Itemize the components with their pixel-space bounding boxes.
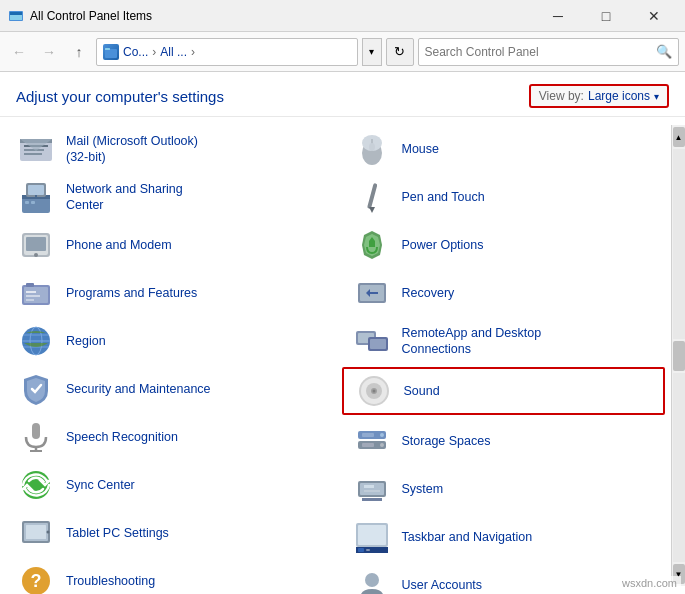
sound-item[interactable]: Sound [342, 367, 666, 415]
item-label: Phone and Modem [66, 237, 172, 253]
svg-rect-75 [358, 548, 364, 552]
svg-rect-40 [26, 525, 46, 539]
storage-icon [352, 421, 392, 461]
svg-point-47 [369, 143, 375, 151]
window-icon [8, 8, 24, 24]
svg-rect-25 [26, 283, 34, 287]
svg-point-41 [47, 531, 50, 534]
item-label: Sync Center [66, 477, 135, 493]
svg-rect-69 [362, 498, 382, 501]
list-item[interactable]: Mouse [336, 125, 672, 173]
search-input[interactable] [425, 45, 653, 59]
user-icon [352, 565, 392, 594]
svg-rect-14 [25, 201, 29, 204]
item-label: Pen and Touch [402, 189, 485, 205]
mail-icon [16, 129, 56, 169]
up-button[interactable]: ↑ [66, 39, 92, 65]
svg-rect-17 [28, 185, 44, 195]
list-item[interactable]: Security and Maintenance [0, 365, 336, 413]
address-path[interactable]: Co... › All ... › [96, 38, 358, 66]
item-label: Storage Spaces [402, 433, 491, 449]
list-item[interactable]: Power Options [336, 221, 672, 269]
svg-marker-49 [369, 207, 375, 213]
maximize-button[interactable]: □ [583, 1, 629, 31]
address-bar: ← → ↑ Co... › All ... › ▾ ↻ 🔍 [0, 32, 685, 72]
main-content: Adjust your computer's settings View by:… [0, 72, 685, 594]
items-area: Mail (Microsoft Outlook)(32-bit) [0, 117, 685, 594]
svg-rect-76 [366, 549, 370, 551]
svg-rect-2 [10, 12, 22, 15]
item-label: Region [66, 333, 106, 349]
list-item[interactable]: Sync Center [0, 461, 336, 509]
taskbar-icon [352, 517, 392, 557]
window-controls: ─ □ ✕ [535, 1, 677, 31]
close-button[interactable]: ✕ [631, 1, 677, 31]
list-item[interactable]: Storage Spaces [336, 417, 672, 465]
content-title: Adjust your computer's settings [16, 88, 224, 105]
list-item[interactable]: Region [0, 317, 336, 365]
svg-point-60 [372, 390, 375, 393]
list-item[interactable]: Recovery [336, 269, 672, 317]
view-by-label: View by: [539, 89, 584, 103]
refresh-button[interactable]: ↻ [386, 38, 414, 66]
list-item[interactable]: Pen and Touch [336, 173, 672, 221]
item-label: Recovery [402, 285, 455, 301]
svg-rect-5 [105, 48, 110, 50]
path-part-2: All ... [160, 45, 187, 59]
security-icon [16, 369, 56, 409]
item-label: RemoteApp and DesktopConnections [402, 325, 542, 358]
svg-point-63 [380, 433, 384, 437]
mouse-icon [352, 129, 392, 169]
list-item[interactable]: Phone and Modem [0, 221, 336, 269]
scrollbar[interactable]: ▲ ▼ [671, 125, 685, 586]
remote-icon [352, 321, 392, 361]
list-item[interactable]: System [336, 465, 672, 513]
right-column: Mouse Pen and Touch [336, 125, 672, 586]
list-item[interactable]: Speech Recognition [0, 413, 336, 461]
svg-rect-66 [362, 443, 374, 447]
speech-icon [16, 417, 56, 457]
list-item[interactable]: Programs and Features [0, 269, 336, 317]
trouble-icon: ? [16, 561, 56, 594]
item-label: Programs and Features [66, 285, 197, 301]
search-icon: 🔍 [656, 44, 672, 59]
item-label: Security and Maintenance [66, 381, 211, 397]
list-item[interactable]: Taskbar and Navigation [336, 513, 672, 561]
view-by-arrow: ▾ [654, 91, 659, 102]
item-label: System [402, 481, 444, 497]
svg-rect-28 [26, 299, 34, 301]
forward-button[interactable]: → [36, 39, 62, 65]
item-label: Troubleshooting [66, 573, 155, 589]
list-item[interactable]: RemoteApp and DesktopConnections [336, 317, 672, 365]
left-column: Mail (Microsoft Outlook)(32-bit) [0, 125, 336, 586]
item-label: Sound [404, 383, 440, 399]
svg-point-22 [34, 253, 38, 257]
address-dropdown[interactable]: ▾ [362, 38, 382, 66]
list-item[interactable]: Tablet PC Settings [0, 509, 336, 557]
region-icon [16, 321, 56, 361]
back-button[interactable]: ← [6, 39, 32, 65]
search-box[interactable]: 🔍 [418, 38, 680, 66]
recovery-icon [352, 273, 392, 313]
svg-rect-65 [362, 433, 374, 437]
path-icon [103, 44, 119, 60]
item-label: Mouse [402, 141, 440, 157]
svg-rect-71 [364, 490, 380, 492]
sync-icon [16, 465, 56, 505]
svg-rect-27 [26, 295, 40, 297]
svg-text:?: ? [31, 571, 42, 591]
phone-icon [16, 225, 56, 265]
svg-rect-73 [358, 525, 386, 545]
item-label: Speech Recognition [66, 429, 178, 445]
view-by-value: Large icons [588, 89, 650, 103]
list-item[interactable]: ? Troubleshooting [0, 557, 336, 594]
view-by-selector[interactable]: View by: Large icons ▾ [529, 84, 669, 108]
power-icon [352, 225, 392, 265]
minimize-button[interactable]: ─ [535, 1, 581, 31]
item-label: Taskbar and Navigation [402, 529, 533, 545]
list-item[interactable]: Network and SharingCenter [0, 173, 336, 221]
list-item[interactable]: Mail (Microsoft Outlook)(32-bit) [0, 125, 336, 173]
svg-rect-10 [24, 153, 42, 155]
content-header: Adjust your computer's settings View by:… [0, 72, 685, 117]
item-label: Network and SharingCenter [66, 181, 183, 214]
